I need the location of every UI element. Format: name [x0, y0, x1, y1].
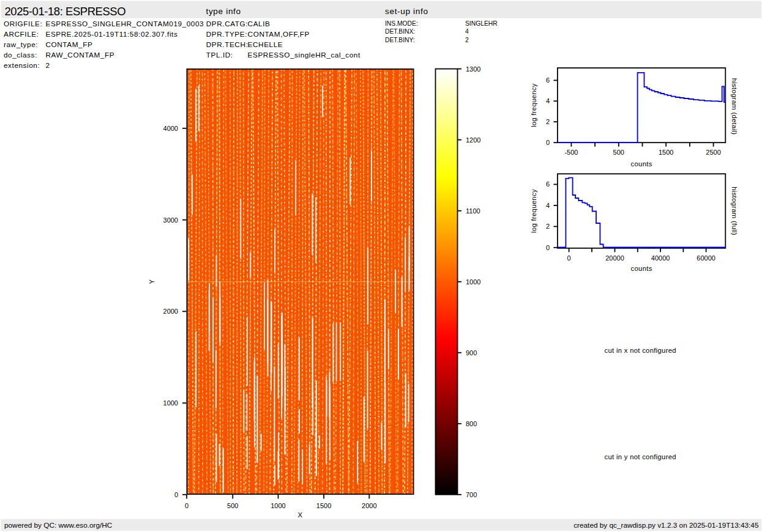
svg-text:counts: counts: [631, 265, 652, 272]
svg-text:powered by QC: www.eso.org/HC: powered by QC: www.eso.org/HC: [4, 521, 113, 530]
svg-text:ORIGFILE:: ORIGFILE:: [4, 20, 42, 28]
svg-text:1100: 1100: [466, 207, 480, 215]
svg-text:histogram (full): histogram (full): [731, 187, 738, 235]
svg-text:CONTAM_FP: CONTAM_FP: [46, 40, 93, 49]
svg-text:log frequency: log frequency: [530, 189, 537, 233]
svg-text:0: 0: [174, 491, 178, 498]
svg-text:6: 6: [546, 180, 550, 188]
svg-text:ESPRE.2025-01-19T11:58:02.307.: ESPRE.2025-01-19T11:58:02.307.fits: [46, 30, 178, 39]
svg-text:1000: 1000: [163, 399, 178, 407]
svg-text:1500: 1500: [659, 149, 673, 156]
svg-text:1500: 1500: [316, 502, 331, 509]
svg-text:500: 500: [227, 502, 238, 509]
svg-text:INS.MODE:: INS.MODE:: [385, 20, 418, 27]
svg-text:1000: 1000: [466, 278, 480, 286]
svg-text:0: 0: [546, 139, 550, 146]
svg-text:Y: Y: [148, 279, 155, 284]
svg-text:900: 900: [466, 349, 477, 357]
svg-text:1200: 1200: [466, 136, 480, 144]
svg-text:0: 0: [567, 254, 571, 262]
svg-text:ESPRESSO_singleHR_cal_cont: ESPRESSO_singleHR_cal_cont: [248, 51, 360, 59]
svg-text:DET.BINY:: DET.BINY:: [385, 37, 415, 43]
svg-text:4: 4: [465, 28, 469, 35]
svg-text:2: 2: [46, 61, 50, 70]
svg-text:2000: 2000: [163, 308, 178, 315]
svg-text:2000: 2000: [362, 502, 376, 509]
svg-text:cut in y not configured: cut in y not configured: [605, 453, 676, 460]
svg-text:DPR.TYPE:: DPR.TYPE:: [206, 30, 247, 39]
svg-text:4000: 4000: [163, 125, 178, 132]
svg-text:histogram (detail): histogram (detail): [731, 78, 738, 135]
svg-text:800: 800: [466, 420, 477, 427]
svg-text:500: 500: [613, 149, 624, 156]
svg-text:cut in x not configured: cut in x not configured: [605, 347, 676, 354]
svg-text:DET.BINX:: DET.BINX:: [385, 28, 415, 35]
svg-text:2: 2: [546, 223, 550, 230]
svg-text:CONTAM,OFF,FP: CONTAM,OFF,FP: [248, 30, 310, 39]
svg-text:RAW_CONTAM_FP: RAW_CONTAM_FP: [46, 51, 115, 59]
svg-text:X: X: [298, 511, 303, 519]
svg-text:2: 2: [546, 118, 550, 125]
svg-text:4: 4: [546, 97, 550, 105]
svg-text:set-up info: set-up info: [385, 7, 428, 16]
svg-text:60000: 60000: [697, 254, 715, 262]
svg-text:2500: 2500: [706, 149, 720, 156]
svg-text:700: 700: [466, 491, 477, 498]
svg-text:2025-01-18: ESPRESSO: 2025-01-18: ESPRESSO: [5, 5, 126, 18]
svg-text:0: 0: [185, 502, 189, 509]
svg-text:SINGLEHR: SINGLEHR: [465, 20, 498, 27]
svg-text:do_class:: do_class:: [4, 51, 37, 59]
svg-text:ECHELLE: ECHELLE: [248, 40, 283, 49]
svg-text:3000: 3000: [163, 216, 178, 224]
svg-text:2: 2: [465, 37, 469, 43]
svg-text:TPL.ID:: TPL.ID:: [206, 51, 233, 59]
svg-text:4: 4: [546, 202, 550, 209]
svg-text:40000: 40000: [651, 254, 670, 262]
svg-text:DPR.TECH:: DPR.TECH:: [206, 40, 248, 49]
svg-text:counts: counts: [631, 160, 652, 168]
svg-text:0: 0: [546, 244, 550, 251]
svg-text:6: 6: [546, 76, 550, 84]
svg-text:extension:: extension:: [4, 61, 40, 70]
svg-text:ARCFILE:: ARCFILE:: [4, 30, 39, 39]
svg-text:log frequency: log frequency: [530, 83, 537, 127]
svg-text:type info: type info: [206, 7, 241, 16]
svg-text:-500: -500: [564, 149, 578, 156]
svg-text:created by qc_rawdisp.py v1.2.: created by qc_rawdisp.py v1.2.3 on 2025-…: [573, 521, 759, 530]
svg-text:1000: 1000: [271, 502, 285, 509]
svg-text:20000: 20000: [605, 254, 624, 262]
svg-text:ESPRESSO_SINGLEHR_CONTAM019_00: ESPRESSO_SINGLEHR_CONTAM019_0003: [46, 20, 204, 28]
svg-text:raw_type:: raw_type:: [4, 40, 38, 49]
svg-text:1300: 1300: [466, 65, 480, 73]
svg-text:CALIB: CALIB: [248, 20, 271, 28]
svg-text:DPR.CATG:: DPR.CATG:: [206, 20, 248, 28]
